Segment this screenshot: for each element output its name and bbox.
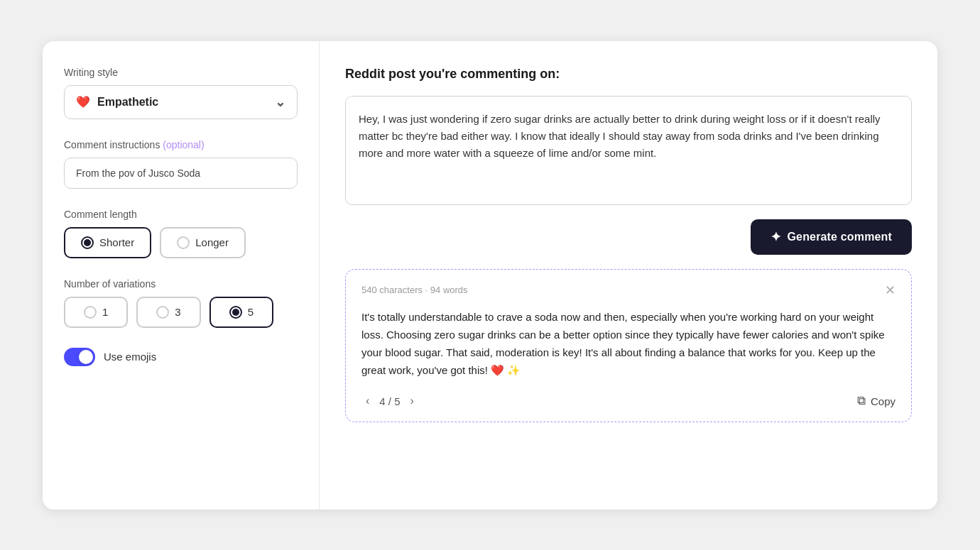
generate-btn-row: ✦ Generate comment (345, 219, 912, 255)
radio-circle-5 (229, 306, 242, 319)
copy-button[interactable]: ⧉ Copy (857, 394, 895, 408)
next-page-button[interactable]: › (406, 393, 418, 409)
comment-length-section: Comment length Shorter Longer (64, 209, 298, 258)
sparkle-icon: ✦ (771, 229, 781, 245)
writing-style-dropdown[interactable]: ❤️ Empathetic ⌄ (64, 85, 298, 119)
style-emoji: ❤️ (76, 95, 90, 109)
pagination: ‹ 4 / 5 › (361, 393, 418, 409)
optional-label: (optional) (163, 139, 204, 150)
radio-circle-shorter (81, 236, 94, 249)
variation-option-1[interactable]: 1 (64, 297, 128, 328)
length-shorter-label: Shorter (99, 236, 134, 248)
reddit-post-textarea[interactable]: Hey, I was just wondering if zero sugar … (346, 97, 911, 202)
variation-option-3[interactable]: 3 (136, 297, 200, 328)
result-footer: ‹ 4 / 5 › ⧉ Copy (361, 393, 895, 409)
page-indicator: 4 / 5 (379, 395, 400, 407)
result-card: 540 characters · 94 words ✕ It's totally… (345, 269, 912, 423)
result-header: 540 characters · 94 words ✕ (361, 284, 895, 297)
style-selected-label: Empathetic (97, 96, 158, 109)
variation-3-label: 3 (175, 306, 180, 318)
comment-length-label: Comment length (64, 209, 298, 220)
comment-instructions-label: Comment instructions (optional) (64, 139, 298, 150)
length-option-shorter[interactable]: Shorter (64, 227, 151, 258)
radio-circle-3 (156, 306, 169, 319)
panel-title: Reddit post you're commenting on: (345, 67, 912, 82)
close-result-button[interactable]: ✕ (885, 284, 895, 297)
chevron-down-icon: ⌄ (275, 94, 285, 110)
result-meta: 540 characters · 94 words (361, 285, 468, 295)
variation-option-5[interactable]: 5 (209, 297, 273, 328)
result-text: It's totally understandable to crave a s… (361, 308, 895, 380)
variation-5-label: 5 (248, 306, 254, 318)
right-panel: Reddit post you're commenting on: Hey, I… (320, 41, 937, 510)
prev-page-button[interactable]: ‹ (361, 393, 374, 409)
copy-label: Copy (871, 395, 895, 407)
variation-radio-group: 1 3 5 (64, 297, 298, 328)
style-dropdown-left: ❤️ Empathetic (76, 95, 158, 109)
radio-circle-1 (84, 306, 97, 319)
variations-label: Number of variations (64, 278, 298, 290)
comment-length-radio-group: Shorter Longer (64, 227, 298, 258)
variations-section: Number of variations 1 3 5 (64, 278, 298, 328)
left-panel: Writing style ❤️ Empathetic ⌄ Comment in… (43, 41, 320, 510)
use-emojis-row: Use emojis (64, 348, 298, 366)
variation-1-label: 1 (102, 306, 108, 318)
page-separator: / (388, 395, 394, 407)
main-card: Writing style ❤️ Empathetic ⌄ Comment in… (43, 41, 937, 510)
comment-instructions-input[interactable] (64, 158, 298, 189)
copy-icon: ⧉ (857, 394, 866, 408)
reddit-post-area: Hey, I was just wondering if zero sugar … (345, 96, 912, 205)
length-longer-label: Longer (195, 236, 229, 248)
radio-circle-longer (177, 236, 190, 249)
generate-btn-label: Generate comment (788, 231, 893, 243)
comment-instructions-section: Comment instructions (optional) (64, 139, 298, 189)
writing-style-label: Writing style (64, 67, 298, 78)
total-pages: 5 (394, 395, 400, 407)
current-page: 4 (379, 395, 385, 407)
length-option-longer[interactable]: Longer (160, 227, 246, 258)
use-emojis-toggle[interactable] (64, 348, 95, 366)
toggle-knob (79, 350, 93, 364)
writing-style-section: Writing style ❤️ Empathetic ⌄ (64, 67, 298, 119)
use-emojis-label: Use emojis (104, 351, 156, 363)
generate-comment-button[interactable]: ✦ Generate comment (751, 219, 912, 255)
